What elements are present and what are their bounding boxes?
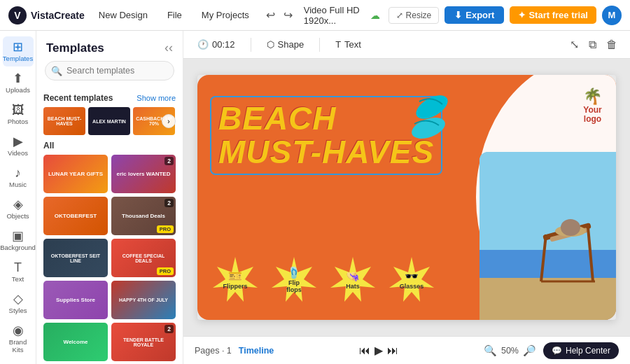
main-area: ⊞ Templates ⬆ Uploads 🖼 Photos ▶ Videos … [0,31,630,364]
svg-text:V: V [14,10,21,21]
uploads-icon: ⬆ [13,72,23,85]
svg-marker-15 [213,257,258,302]
skip-forward-button[interactable]: ⏭ [387,344,398,357]
search-icon: 🔍 [51,66,62,76]
template-6[interactable]: COFFEE SPECIAL DEALS PRO [111,239,176,277]
toolbar-separator-2 [319,38,320,52]
all-section-title: All [43,141,54,150]
svg-marker-17 [330,257,375,302]
objects-icon: ◈ [13,198,23,211]
help-center-button[interactable]: 💬 Help Center [543,342,619,359]
sidebar-item-videos[interactable]: ▶ Videos [3,131,34,161]
templates-icon: ⊞ [13,41,23,53]
template-welcome[interactable]: Welcome [43,323,108,361]
toolbar-right-actions: ⤡ ⧉ 🗑 [567,35,620,54]
template-supplies-store[interactable]: Supplies Store [43,281,108,319]
starburst-svg-hats [328,254,378,304]
clock-icon: 🕐 [197,39,209,50]
export-button[interactable]: ⬇ Export [444,6,504,24]
shape-tool-button[interactable]: ⬡ Shape [262,37,309,52]
my-projects-button[interactable]: My Projects [196,7,255,23]
canvas-wrapper: 🌴 Yourlogo BEACHMUST-HAVES [183,59,630,336]
star-icon: ✦ [518,10,526,20]
expand-button[interactable]: ⤡ [567,35,582,54]
zoom-out-button[interactable]: 🔍 [484,344,497,357]
beach-design-element: 🌴 Yourlogo BEACHMUST-HAVES [197,75,616,320]
all-section-header: All [43,141,176,150]
toolbar-separator-1 [251,38,251,52]
sidebar-item-music[interactable]: ♪ Music [3,162,34,192]
bottom-bar: Pages · 1 Timeline ⏮ ▶ ⏭ 🔍 50% 🔎 💬 Help … [183,336,630,364]
timeline-button[interactable]: Timeline [239,346,274,356]
photos-icon: 🖼 [12,104,24,116]
sidebar-item-uploads[interactable]: ⬆ Uploads [3,68,34,98]
sidebar-item-objects[interactable]: ◈ Objects [3,194,34,224]
nav-right-actions: ⤢ Resize ⬇ Export ✦ Start free trial M [388,6,622,25]
delete-button[interactable]: 🗑 [603,35,620,54]
panel-close-button[interactable]: ‹‹ [164,41,173,55]
user-avatar[interactable]: M [602,6,622,25]
templates-panel: Templates ‹‹ 🔍 Recent templates Show mor… [36,31,183,364]
skip-back-button[interactable]: ⏮ [359,344,370,357]
sidebar-item-favorites[interactable]: ♡ Favorites [3,359,34,364]
resize-icon: ⤢ [396,10,403,20]
logo-area[interactable]: V VistaCreate [8,6,85,24]
template-battle-royale[interactable]: TENDER BATTLE ROYALE 2 [111,323,176,361]
duplicate-button[interactable]: ⧉ [586,35,599,54]
recent-section-title: Recent templates [43,93,113,103]
play-button[interactable]: ▶ [374,344,383,357]
free-trial-button[interactable]: ✦ Start free trial [510,6,596,24]
sidebar-item-photos[interactable]: 🖼 Photos [3,99,34,130]
svg-rect-5 [479,278,616,320]
recent-template-2[interactable]: ALEX MARTIN [88,107,130,135]
template-thousand-deals[interactable]: Thousand Deals 2 PRO [111,197,176,235]
svg-marker-16 [272,257,316,302]
app-name: VistaCreate [31,10,85,21]
sidebar-item-templates[interactable]: ⊞ Templates [3,36,34,66]
text-tool-button[interactable]: T Text [331,37,365,52]
recent-templates-row: BEACH MUST-HAVES ALEX MARTIN CASHBACK UP… [43,107,176,135]
template-oktoberfest[interactable]: OKTOBERFEST [43,197,108,235]
beach-scene-svg [479,152,616,320]
new-design-button[interactable]: New Design [93,7,153,23]
zoom-in-button[interactable]: 🔎 [523,344,536,357]
starburst-svg-flipflops [269,254,319,304]
recent-template-1[interactable]: BEACH MUST-HAVES [43,107,85,135]
recent-section-header: Recent templates Show more [43,93,176,103]
sidebar-item-text[interactable]: T Text [3,257,34,287]
recent-templates-next-button[interactable]: › [162,114,176,128]
show-more-recent-button[interactable]: Show more [136,94,176,102]
sidebar-item-background[interactable]: ▣ Background [3,225,34,255]
template-fourth-july[interactable]: HAPPY 4TH OF JULY [111,281,176,319]
svg-point-12 [561,219,580,236]
svg-rect-3 [479,152,616,257]
sidebar-icons: ⊞ Templates ⬆ Uploads 🖼 Photos ▶ Videos … [0,31,36,364]
search-box: 🔍 [45,61,174,80]
file-menu-button[interactable]: File [162,7,188,23]
sidebar-item-styles[interactable]: ◇ Styles [3,288,34,318]
canvas-design[interactable]: 🌴 Yourlogo BEACHMUST-HAVES [197,75,616,320]
flip-flop-decoration [404,92,456,150]
top-navigation: V VistaCreate New Design File My Project… [0,0,630,31]
flip-flops-svg [404,92,456,148]
undo-button[interactable]: ↩ [263,7,278,23]
palm-icon: 🌴 [583,88,602,106]
beach-photo [479,152,616,320]
nav-center: Video Full HD 1920x... ☁ [304,5,380,26]
template-5[interactable]: OKTOBERFEST SEIT LINE [43,239,108,277]
chat-icon: 💬 [552,346,562,356]
logo-placeholder: 🌴 Yourlogo [583,88,602,124]
project-title: Video Full HD 1920x... [304,5,365,26]
resize-button[interactable]: ⤢ Resize [388,7,440,24]
beach-title-text: BEACHMUST-HAVES [218,102,434,169]
search-input[interactable] [45,61,174,80]
sidebar-item-brand-kits[interactable]: ◉ Brand Kits [3,320,34,358]
flipflops-badge: 🩴 Flip flops [269,254,319,304]
hats-badge: 👒 Hats [328,254,378,304]
template-2[interactable]: eric lovers WANTED 2 [111,155,176,193]
redo-button[interactable]: ↪ [281,7,295,23]
canvas-toolbar: 🕐 00:12 ⬡ Shape T Text ⤡ ⧉ 🗑 [183,31,630,59]
undo-redo-group: ↩ ↪ [263,7,295,23]
template-lunar-year[interactable]: LUNAR YEAR GIFTS [43,155,108,193]
cloud-save-icon: ☁ [370,10,380,21]
